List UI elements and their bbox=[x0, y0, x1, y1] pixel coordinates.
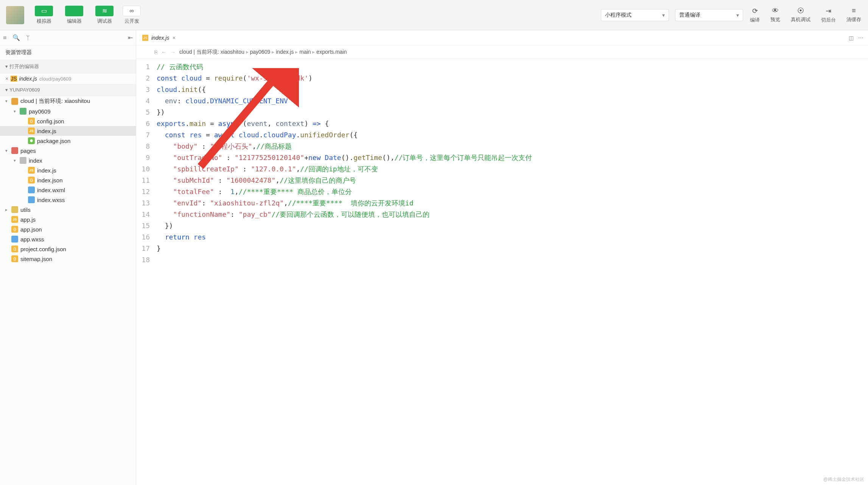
action-icon: ≡ bbox=[852, 7, 856, 15]
file-icon bbox=[11, 206, 18, 213]
code-area[interactable]: 123456789101112131415161718 // 云函数代码cons… bbox=[136, 59, 868, 485]
breadcrumb: ⎘ ← → cloud | 当前环境: xiaoshitou ▸ pay0609… bbox=[136, 45, 868, 59]
toolbar-action-清缓存[interactable]: ≡清缓存 bbox=[843, 5, 865, 25]
editor: JS index.js × ◫ ⋯ ⎘ ← → cloud | 当前环境: xi… bbox=[136, 30, 868, 485]
toolbar-action-编译[interactable]: ⟳编译 bbox=[746, 5, 764, 25]
top-toolbar: ▭模拟器编辑器≋调试器 ∞ 云开发 小程序模式 普通编译 ⟳编译👁预览⦿真机调试… bbox=[0, 0, 868, 30]
breadcrumb-item[interactable]: pay0609 bbox=[249, 49, 272, 55]
toolbar-action-预览[interactable]: 👁预览 bbox=[767, 5, 784, 25]
chevron-down-icon bbox=[662, 12, 665, 18]
tree-item-index-json[interactable]: {}index.json bbox=[0, 175, 136, 185]
breadcrumb-item[interactable]: exports.main bbox=[315, 49, 347, 55]
action-label: 清缓存 bbox=[846, 16, 861, 23]
tree-item-cloud-xiaoshitou[interactable]: ▾cloud | 当前环境: xiaoshitou bbox=[0, 96, 136, 106]
line-gutter: 123456789101112131415161718 bbox=[136, 59, 154, 485]
toolbar-button-调试器[interactable]: ≋调试器 bbox=[91, 4, 118, 26]
tree-item-index-js[interactable]: JSindex.js bbox=[0, 126, 136, 136]
tree-item-pages[interactable]: ▾pages bbox=[0, 146, 136, 155]
file-tree: ▾cloud | 当前环境: xiaoshitou▾pay0609{}confi… bbox=[0, 96, 136, 485]
close-icon[interactable]: × bbox=[5, 76, 8, 82]
split-editor-icon[interactable]: ◫ bbox=[849, 35, 854, 41]
tree-label: index bbox=[29, 157, 42, 164]
tree-item-index-wxss[interactable]: index.wxss bbox=[0, 195, 136, 205]
mode-select[interactable]: 小程序模式 bbox=[601, 9, 669, 21]
tree-item-project-config-json[interactable]: {}project.config.json bbox=[0, 244, 136, 254]
tree-item-app-json[interactable]: {}app.json bbox=[0, 224, 136, 234]
compile-select[interactable]: 普通编译 bbox=[675, 9, 743, 21]
file-icon: {} bbox=[11, 226, 18, 233]
chevron-icon: ▾ bbox=[14, 158, 17, 163]
tree-label: index.wxml bbox=[37, 187, 65, 193]
tree-label: index.json bbox=[37, 177, 63, 183]
sidebar-actions: ≡ 🔍 ᛘ ⇤ bbox=[0, 30, 136, 45]
file-icon: JS bbox=[28, 127, 35, 134]
chevron-icon: ▾ bbox=[5, 148, 9, 153]
cloud-dev-button[interactable]: ∞ 云开发 bbox=[118, 4, 145, 26]
breadcrumb-item[interactable]: main bbox=[298, 49, 312, 55]
file-icon bbox=[11, 236, 18, 242]
tree-label: utils bbox=[20, 207, 31, 213]
tree-item-app-js[interactable]: JSapp.js bbox=[0, 215, 136, 224]
git-icon[interactable]: ᛘ bbox=[26, 34, 30, 41]
breadcrumb-item[interactable]: cloud | 当前环境: xiaoshitou bbox=[179, 49, 246, 55]
js-file-icon: JS bbox=[142, 35, 148, 41]
breadcrumb-item[interactable]: index.js bbox=[274, 49, 295, 55]
tab-index-js[interactable]: JS index.js × bbox=[138, 30, 180, 45]
tree-label: index.js bbox=[37, 128, 56, 134]
close-icon[interactable]: × bbox=[172, 35, 175, 41]
sidebar: ≡ 🔍 ᛘ ⇤ 资源管理器 ▾打开的编辑器 × JS index.js clou… bbox=[0, 30, 136, 485]
nav-forward-icon[interactable]: → bbox=[170, 49, 176, 55]
toolbar-action-切后台[interactable]: ⇥切后台 bbox=[817, 5, 840, 25]
toolbar-button-编辑器[interactable]: 编辑器 bbox=[61, 4, 88, 26]
toolbar-btn-icon: ▭ bbox=[35, 6, 53, 16]
action-label: 预览 bbox=[770, 16, 780, 23]
tree-item-app-wxss[interactable]: app.wxss bbox=[0, 234, 136, 244]
file-icon bbox=[20, 157, 26, 164]
toolbar-button-模拟器[interactable]: ▭模拟器 bbox=[30, 4, 58, 26]
toolbar-action-真机调试[interactable]: ⦿真机调试 bbox=[787, 5, 814, 25]
tree-item-index-wxml[interactable]: index.wxml bbox=[0, 185, 136, 195]
tree-label: pay0609 bbox=[29, 108, 51, 115]
tree-label: cloud | 当前环境: xiaoshitou bbox=[20, 98, 90, 105]
action-label: 真机调试 bbox=[791, 16, 810, 23]
chevron-icon: ▾ bbox=[5, 99, 9, 104]
tree-item-utils[interactable]: ▸utils bbox=[0, 205, 136, 215]
tree-item-index[interactable]: ▾index bbox=[0, 155, 136, 165]
toolbar-btn-icon bbox=[65, 6, 83, 16]
tree-label: index.js bbox=[37, 167, 56, 174]
project-section[interactable]: ▾YUNPAY0609 bbox=[0, 84, 136, 96]
open-editor-item[interactable]: × JS index.js cloud/pay0609 bbox=[0, 73, 136, 84]
tree-item-pay0609[interactable]: ▾pay0609 bbox=[0, 106, 136, 116]
file-icon bbox=[28, 196, 35, 203]
tree-item-sitemap-json[interactable]: {}sitemap.json bbox=[0, 254, 136, 264]
code-content[interactable]: // 云函数代码const cloud = require('wx-server… bbox=[154, 59, 868, 485]
action-icon: 👁 bbox=[772, 7, 779, 15]
mode-select-value: 小程序模式 bbox=[605, 12, 632, 19]
more-icon[interactable]: ⋯ bbox=[858, 35, 863, 41]
toolbar-btn-label: 调试器 bbox=[97, 18, 112, 25]
avatar[interactable] bbox=[6, 6, 24, 24]
open-editors-section[interactable]: ▾打开的编辑器 bbox=[0, 60, 136, 73]
tree-label: config.json bbox=[37, 118, 64, 124]
file-icon: ⬢ bbox=[28, 137, 35, 144]
explorer-title: 资源管理器 bbox=[0, 45, 136, 60]
search-icon[interactable]: 🔍 bbox=[12, 34, 20, 41]
toolbar-btn-label: 模拟器 bbox=[37, 18, 51, 25]
tree-label: app.js bbox=[20, 216, 36, 223]
menu-icon[interactable]: ≡ bbox=[3, 34, 6, 41]
watermark: @稀土掘金技术社区 bbox=[823, 476, 864, 483]
action-label: 切后台 bbox=[821, 17, 836, 23]
tree-item-config-json[interactable]: {}config.json bbox=[0, 116, 136, 126]
toolbar-btn-label: 编辑器 bbox=[67, 18, 82, 25]
file-icon: JS bbox=[11, 216, 18, 223]
tree-item-package-json[interactable]: ⬢package.json bbox=[0, 136, 136, 146]
js-file-icon: JS bbox=[11, 76, 17, 82]
tree-label: package.json bbox=[37, 138, 70, 144]
nav-back-icon[interactable]: ← bbox=[161, 49, 166, 55]
bookmark-icon[interactable]: ⎘ bbox=[154, 49, 157, 55]
collapse-icon[interactable]: ⇤ bbox=[128, 34, 133, 41]
chevron-icon: ▾ bbox=[14, 109, 17, 114]
editor-tabs: JS index.js × ◫ ⋯ bbox=[136, 30, 868, 45]
tree-item-index-js[interactable]: JSindex.js bbox=[0, 165, 136, 175]
tree-label: index.wxss bbox=[37, 197, 65, 203]
